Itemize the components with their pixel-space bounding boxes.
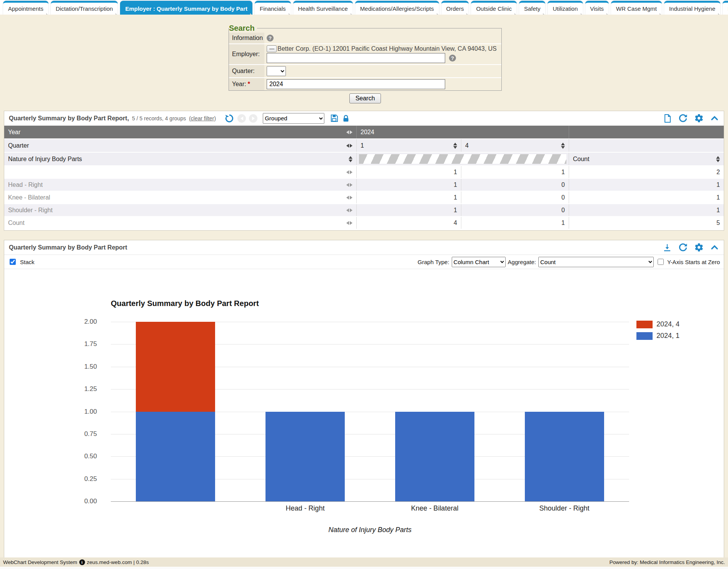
nav-forward-icon — [249, 114, 257, 123]
bar-Knee - Bilateral-series-2024, 1[interactable] — [395, 412, 474, 502]
sort-icon[interactable] — [453, 143, 457, 149]
legend-label: 2024, 1 — [656, 332, 680, 340]
y-tick-label: 0.25 — [70, 475, 97, 483]
clear-filter-link[interactable]: (clear filter) — [189, 115, 216, 121]
information-help-icon[interactable]: ? — [267, 35, 274, 42]
table-row[interactable]: Knee - Bilateral 1 0 1 — [4, 191, 724, 204]
search-button[interactable]: Search — [349, 93, 381, 103]
sort-icon[interactable] — [716, 156, 720, 162]
column-move-icon[interactable] — [346, 183, 352, 187]
legend-label: 2024, 4 — [656, 320, 680, 328]
quarter-select[interactable] — [267, 66, 286, 76]
plot-area — [111, 322, 629, 501]
table-row[interactable]: Head - Right 1 0 1 — [4, 179, 724, 191]
quarter-row-empty-cell — [569, 139, 724, 152]
legend-item[interactable]: 2024, 4 — [636, 320, 680, 328]
view-mode-select[interactable]: Grouped — [263, 113, 324, 124]
bar-Head - Right-series-2024, 1[interactable] — [265, 412, 345, 502]
gear-icon[interactable] — [694, 113, 704, 123]
info-icon[interactable]: i — [79, 559, 85, 565]
tab-wr-case-mgmt[interactable]: WR Case Mgmt — [611, 1, 662, 15]
refresh-icon[interactable] — [678, 113, 688, 123]
table-row[interactable]: Count 4 1 5 — [4, 217, 724, 230]
bar-Shoulder - Right-series-2024, 1[interactable] — [525, 412, 604, 502]
y-tick-label: 1.00 — [70, 408, 97, 416]
search-title: Search — [229, 24, 257, 33]
tab-dictation-transcription[interactable]: Dictation/Transcription — [51, 1, 118, 15]
tab-employer-quarterly-summary[interactable]: Employer : Quarterly Summary by Body Par… — [120, 1, 252, 15]
year-row-value: 2024 — [356, 126, 569, 138]
new-document-icon[interactable] — [663, 114, 672, 123]
employer-input[interactable] — [267, 53, 445, 63]
tab-utilization[interactable]: Utilization — [548, 1, 583, 15]
gridline — [111, 501, 629, 502]
chart-report-panel: Quarterly Summary by Body Part Report — [4, 240, 724, 560]
tab-hr-data-feed[interactable]: HR Data Feed — [723, 1, 728, 15]
table-row[interactable]: Shoulder - Right 1 0 1 — [4, 204, 724, 217]
y-tick-label: 2.00 — [70, 318, 97, 326]
tab-outside-clinic[interactable]: Outside Clinic — [471, 1, 517, 15]
employer-collapse-button[interactable]: — — [267, 45, 277, 52]
grid-report-title: Quarterly Summary by Body Part Report, — [9, 115, 129, 122]
tab-medications-allergies-scripts[interactable]: Medications/Allergies/Scripts — [355, 1, 439, 15]
tab-appointments[interactable]: Appointments — [3, 1, 48, 15]
hatched-spacer-cell — [356, 153, 569, 165]
employer-label: Employer: — [229, 44, 264, 64]
collapse-panel-icon[interactable] — [710, 243, 719, 252]
quarter-row: Quarter: — [229, 64, 501, 77]
tab-orders[interactable]: Orders — [441, 1, 469, 15]
tab-industrial-hygiene[interactable]: Industrial Hygiene — [664, 1, 720, 15]
sort-icon[interactable] — [349, 156, 352, 162]
column-move-icon[interactable] — [346, 208, 352, 212]
aggregate-select[interactable]: Count — [538, 257, 654, 267]
page-bottom-strip — [0, 567, 728, 569]
year-row: Year: * — [229, 77, 501, 90]
y-tick-label: 0.75 — [70, 430, 97, 438]
bodypart-column-label: Nature of Injury Body Parts — [8, 156, 82, 163]
year-input[interactable] — [267, 79, 445, 89]
graph-type-label: Graph Type: — [417, 259, 449, 265]
column-move-icon[interactable] — [346, 221, 352, 225]
quarter-label: Quarter: — [229, 65, 264, 77]
collapse-panel-icon[interactable] — [710, 114, 719, 123]
legend-item[interactable]: 2024, 1 — [636, 332, 680, 340]
employer-row: Employer: — Better Corp. (EO-1) 12001 Pa… — [229, 43, 501, 64]
grid-records-count: 5 / 5 records, 4 groups — [132, 115, 186, 121]
lock-icon[interactable] — [342, 114, 350, 123]
quarter-4-header: 4 — [465, 142, 469, 149]
graph-type-select[interactable]: Column Chart — [452, 257, 506, 267]
year-row-label: Year — [8, 129, 20, 136]
undo-icon[interactable] — [224, 113, 234, 123]
system-name: WebChart Development System — [3, 559, 77, 565]
table-row[interactable]: 1 1 2 — [4, 166, 724, 179]
column-move-icon[interactable] — [346, 196, 352, 200]
chart-title: Quarterly Summary by Body Part Report — [111, 299, 259, 308]
host-and-time: zeus.med-web.com | 0.28s — [87, 559, 149, 565]
employer-help-icon[interactable]: ? — [449, 55, 456, 62]
download-icon[interactable] — [663, 243, 672, 252]
count-column-label: Count — [573, 156, 589, 163]
save-icon[interactable] — [330, 114, 339, 123]
yaxis-zero-checkbox[interactable] — [658, 259, 664, 265]
bar-unlabeled-series-2024, 4[interactable] — [136, 322, 215, 412]
aggregate-label: Aggregate: — [508, 259, 536, 265]
tab-health-surveillance[interactable]: Health Surveillance — [293, 1, 353, 15]
bar-unlabeled-series-2024, 1[interactable] — [136, 412, 215, 502]
legend-swatch — [636, 332, 653, 340]
refresh-icon[interactable] — [678, 243, 688, 253]
column-move-icon[interactable] — [346, 130, 352, 134]
chart-canvas: Quarterly Summary by Body Part Report Na… — [4, 269, 724, 559]
tab-financials[interactable]: Financials — [255, 1, 291, 15]
y-tick-label: 0.50 — [70, 453, 97, 460]
tab-safety[interactable]: Safety — [519, 1, 546, 15]
grid-report-panel: Quarterly Summary by Body Part Report, 5… — [4, 111, 724, 231]
tab-visits[interactable]: Visits — [585, 1, 609, 15]
stack-checkbox[interactable] — [10, 259, 16, 265]
gear-icon[interactable] — [694, 243, 704, 252]
column-move-icon[interactable] — [346, 144, 352, 148]
sort-icon[interactable] — [561, 143, 565, 149]
chart-panel-title: Quarterly Summary by Body Part Report — [9, 244, 127, 251]
column-move-icon[interactable] — [346, 170, 352, 174]
search-panel: Search Information ? Employer: — Better … — [229, 24, 502, 91]
grid-bodypart-header-row: Nature of Injury Body Parts Count — [4, 153, 724, 166]
